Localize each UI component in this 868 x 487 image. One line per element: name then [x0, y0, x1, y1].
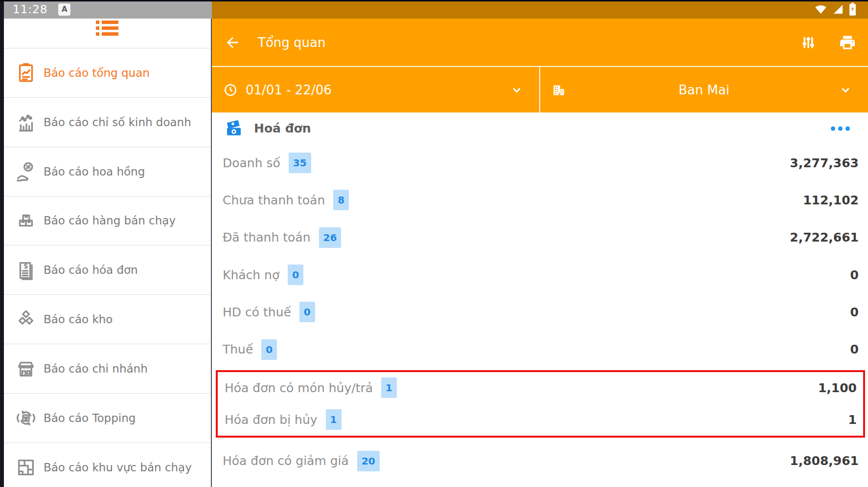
- row-label: Chưa thanh toán: [223, 193, 325, 207]
- tune-filter-icon: [800, 34, 817, 51]
- cellular-signal-icon: [832, 3, 845, 15]
- count-badge: 35: [289, 153, 311, 173]
- app-header: Tổng quan: [212, 19, 868, 66]
- row-value: 112,102: [803, 193, 859, 207]
- chevron-down-icon: [839, 83, 852, 97]
- sidebar-item-label: Báo cáo hàng bán chạy: [44, 214, 176, 227]
- stat-row-doanh-so: Doanh số 35 3,277,363: [223, 144, 859, 181]
- clipboard-chart-icon: [15, 62, 37, 84]
- filter-row: 01/01 - 22/06 Ban Mai: [212, 66, 868, 112]
- branch-selector[interactable]: Ban Mai: [540, 67, 868, 112]
- more-options-button[interactable]: [831, 126, 850, 131]
- page-title: Tổng quan: [258, 35, 325, 50]
- row-label: Khách nợ: [223, 268, 279, 282]
- highlight-box: Hóa đơn có món hủy/trả 1 1,100 Hóa đơn b…: [216, 370, 865, 438]
- sidebar-item-label: Báo cáo Topping: [44, 412, 136, 424]
- invoice-document-icon: $: [15, 259, 37, 281]
- count-badge: 1: [381, 377, 397, 398]
- list-menu-icon[interactable]: [96, 21, 118, 36]
- count-badge: 20: [357, 451, 380, 471]
- drawer-left-edge: [0, 0, 4, 487]
- count-badge: 0: [288, 265, 303, 285]
- sidebar-item-bao-cao-hoa-hong[interactable]: Báo cáo hoa hồng: [0, 147, 211, 196]
- sidebar-item-bao-cao-hoa-don[interactable]: $ Báo cáo hóa đơn: [0, 245, 211, 294]
- sidebar-item-bao-cao-chi-so-kinh-doanh[interactable]: Báo cáo chỉ số kinh doanh: [0, 97, 211, 147]
- svg-text:$: $: [23, 263, 28, 270]
- row-label: Hóa đơn bị hủy: [225, 413, 318, 427]
- sidebar-top: [0, 19, 211, 48]
- row-value: 0: [850, 342, 859, 356]
- sidebar-item-label: Báo cáo hoa hồng: [44, 165, 145, 178]
- row-value: 1: [848, 413, 857, 427]
- row-value: 0: [850, 305, 859, 319]
- ime-a-icon: A: [58, 3, 70, 16]
- row-value: 1,100: [818, 381, 857, 395]
- commission-hand-icon: [15, 160, 37, 183]
- sidebar-item-bao-cao-topping[interactable]: Báo cáo Topping: [0, 393, 211, 443]
- branch-store-icon: [15, 357, 37, 380]
- more-dots-icon: [831, 126, 835, 131]
- count-badge: 8: [333, 190, 349, 210]
- screen-top-border: [0, 0, 868, 1]
- battery-charging-icon: [849, 2, 856, 16]
- stat-row-hoa-don-bi-huy: Hóa đơn bị hủy 1 1: [225, 404, 857, 436]
- stat-row-thue: Thuế 0 0: [223, 331, 859, 368]
- stat-row-chua-thanh-toan: Chưa thanh toán 8 112,102: [223, 181, 859, 219]
- date-range-selector[interactable]: 01/01 - 22/06: [212, 67, 540, 112]
- sidebar-item-bao-cao-khu-vuc-ban-chay[interactable]: Báo cáo khu vực bán chạy: [0, 443, 211, 487]
- chevron-down-icon: [510, 83, 524, 97]
- status-bar: 11:28 A: [0, 0, 868, 19]
- row-value: 0: [850, 268, 859, 282]
- row-label: HD có thuế: [223, 305, 291, 319]
- sidebar-item-label: Báo cáo hóa đơn: [44, 264, 138, 276]
- printer-icon: [839, 34, 856, 51]
- status-bar-right: [212, 0, 868, 19]
- print-button[interactable]: [837, 32, 858, 53]
- row-value: 1,808,961: [790, 454, 859, 468]
- row-label: Hóa đơn có món hủy/trả: [225, 381, 373, 395]
- count-badge: 0: [261, 339, 277, 360]
- stat-row-hoa-don-co-mon-huy-tra: Hóa đơn có món hủy/trả 1 1,100: [225, 372, 857, 404]
- section-header: Hoá đơn: [223, 112, 859, 144]
- topping-cycle-icon: [15, 407, 37, 429]
- sidebar-item-label: Báo cáo kho: [44, 313, 113, 326]
- sidebar-item-label: Báo cáo khu vực bán chạy: [44, 461, 192, 474]
- status-bar-left: 11:28 A: [0, 0, 212, 19]
- branch-value: Ban Mai: [540, 83, 868, 97]
- sidebar-item-label: Báo cáo tổng quan: [44, 66, 150, 79]
- count-badge: 0: [299, 302, 315, 322]
- row-label: Thuế: [223, 342, 253, 356]
- sidebar-item-label: Báo cáo chi nhánh: [44, 362, 148, 375]
- stat-row-khach-no: Khách nợ 0 0: [223, 256, 859, 293]
- tune-filter-button[interactable]: [798, 32, 819, 53]
- business-metrics-icon: [15, 111, 37, 133]
- sidebar-item-bao-cao-kho[interactable]: Báo cáo kho: [0, 294, 211, 344]
- clock-icon: [223, 83, 238, 97]
- money-bills-icon: [223, 118, 245, 139]
- best-seller-boxes-icon: [15, 209, 37, 232]
- report-sidebar: Báo cáo tổng quan Báo cáo chỉ số kinh do…: [0, 19, 212, 487]
- main-panel: Tổng quan 01: [212, 19, 868, 487]
- row-label: Đã thanh toán: [223, 230, 311, 244]
- sidebar-item-label: Báo cáo chỉ số kinh doanh: [44, 116, 191, 129]
- warehouse-cubes-icon: [15, 308, 37, 331]
- sidebar-item-bao-cao-chi-nhanh[interactable]: Báo cáo chi nhánh: [0, 344, 211, 393]
- section-title: Hoá đơn: [254, 121, 311, 135]
- stat-row-hd-co-thue: HD có thuế 0 0: [223, 293, 859, 331]
- row-label: Doanh số: [223, 156, 280, 170]
- arrow-left-icon: [224, 34, 241, 51]
- stat-row-hoa-don-co-giam-gia: Hóa đơn có giảm giá 20 1,808,961: [223, 443, 859, 480]
- invoice-report-content: Hoá đơn Doanh số 35 3,277,363 Chưa thanh…: [212, 112, 868, 487]
- count-badge: 26: [319, 227, 342, 248]
- date-range-value: 01/01 - 22/06: [246, 83, 332, 97]
- row-value: 3,277,363: [790, 156, 859, 170]
- row-label: Hóa đơn có giảm giá: [223, 454, 349, 468]
- sidebar-item-bao-cao-tong-quan[interactable]: Báo cáo tổng quan: [0, 48, 211, 97]
- count-badge: 1: [326, 409, 342, 430]
- status-time: 11:28: [13, 3, 47, 16]
- sidebar-item-bao-cao-hang-ban-chay[interactable]: Báo cáo hàng bán chạy: [0, 196, 211, 245]
- area-map-icon: [15, 456, 37, 479]
- stat-row-da-thanh-toan: Đã thanh toán 26 2,722,661: [223, 219, 859, 256]
- wifi-icon: [814, 3, 827, 15]
- back-button[interactable]: [222, 32, 243, 53]
